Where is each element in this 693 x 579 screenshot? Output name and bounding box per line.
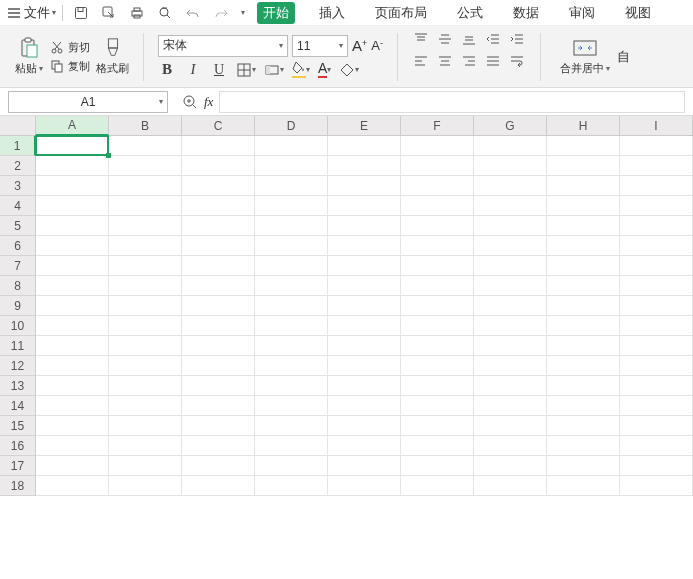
cell[interactable] — [328, 396, 401, 416]
cell[interactable] — [328, 436, 401, 456]
column-header[interactable]: D — [255, 116, 328, 136]
cell[interactable] — [547, 436, 620, 456]
cell[interactable] — [109, 256, 182, 276]
row-header[interactable]: 7 — [0, 256, 36, 276]
cell[interactable] — [474, 156, 547, 176]
cell[interactable] — [328, 476, 401, 496]
cell[interactable] — [109, 336, 182, 356]
cell[interactable] — [255, 296, 328, 316]
cell[interactable] — [620, 216, 693, 236]
cell[interactable] — [328, 256, 401, 276]
cell[interactable] — [401, 176, 474, 196]
row-header[interactable]: 13 — [0, 376, 36, 396]
cell[interactable] — [109, 316, 182, 336]
cell[interactable] — [36, 176, 109, 196]
cell[interactable] — [401, 376, 474, 396]
column-header[interactable]: G — [474, 116, 547, 136]
cell[interactable] — [109, 456, 182, 476]
cell[interactable] — [182, 276, 255, 296]
cell[interactable] — [328, 276, 401, 296]
row-header[interactable]: 12 — [0, 356, 36, 376]
row-header[interactable]: 2 — [0, 156, 36, 176]
cell[interactable] — [474, 276, 547, 296]
row-header[interactable]: 6 — [0, 236, 36, 256]
cell[interactable] — [474, 216, 547, 236]
fill-handle[interactable] — [106, 153, 111, 158]
cut-button[interactable]: 剪切 — [50, 40, 90, 55]
cell[interactable] — [36, 156, 109, 176]
justify-button[interactable] — [484, 52, 502, 70]
redo-icon[interactable] — [213, 5, 229, 21]
cell[interactable] — [109, 236, 182, 256]
cell[interactable] — [109, 436, 182, 456]
cell[interactable] — [620, 436, 693, 456]
cell[interactable] — [182, 436, 255, 456]
cell[interactable] — [620, 356, 693, 376]
cell[interactable] — [109, 176, 182, 196]
cell[interactable] — [109, 296, 182, 316]
align-center-button[interactable] — [436, 52, 454, 70]
decrease-indent-button[interactable] — [484, 30, 502, 48]
cell[interactable] — [474, 336, 547, 356]
cell[interactable] — [255, 316, 328, 336]
wrap-text-button[interactable] — [508, 52, 526, 70]
cell[interactable] — [328, 416, 401, 436]
merge-center-button[interactable]: 合并居中▾ — [555, 37, 615, 76]
cell[interactable] — [109, 376, 182, 396]
cell[interactable] — [401, 236, 474, 256]
cell[interactable] — [182, 456, 255, 476]
cell[interactable] — [474, 236, 547, 256]
cell[interactable] — [36, 196, 109, 216]
cell[interactable] — [620, 336, 693, 356]
cell[interactable] — [255, 476, 328, 496]
cell[interactable] — [109, 216, 182, 236]
cell[interactable] — [401, 336, 474, 356]
cell[interactable] — [401, 316, 474, 336]
cell[interactable] — [620, 196, 693, 216]
cell[interactable] — [620, 456, 693, 476]
cell[interactable] — [474, 436, 547, 456]
cell[interactable] — [36, 436, 109, 456]
cell[interactable] — [547, 456, 620, 476]
tab-view[interactable]: 视图 — [619, 2, 657, 24]
cell[interactable] — [328, 316, 401, 336]
cell[interactable] — [36, 236, 109, 256]
cell[interactable] — [36, 336, 109, 356]
cell[interactable] — [620, 376, 693, 396]
auto-wrap-partial[interactable]: 自 — [617, 48, 630, 66]
cell[interactable] — [474, 456, 547, 476]
print-preview-icon[interactable] — [157, 5, 173, 21]
row-header[interactable]: 4 — [0, 196, 36, 216]
cell[interactable] — [401, 216, 474, 236]
column-header[interactable]: E — [328, 116, 401, 136]
cell[interactable] — [401, 456, 474, 476]
cell[interactable] — [474, 316, 547, 336]
align-middle-button[interactable] — [436, 30, 454, 48]
cell[interactable] — [109, 476, 182, 496]
cell[interactable] — [328, 176, 401, 196]
cell[interactable] — [328, 336, 401, 356]
cell[interactable] — [401, 356, 474, 376]
cell[interactable] — [255, 156, 328, 176]
row-header[interactable]: 10 — [0, 316, 36, 336]
row-header[interactable]: 14 — [0, 396, 36, 416]
cell[interactable] — [182, 416, 255, 436]
cell[interactable] — [401, 416, 474, 436]
format-painter-button[interactable]: 格式刷 — [96, 37, 129, 76]
cell[interactable] — [182, 176, 255, 196]
cell[interactable] — [36, 276, 109, 296]
borders-button[interactable]: ▾ — [236, 62, 256, 78]
cell[interactable] — [109, 156, 182, 176]
cell[interactable] — [474, 416, 547, 436]
cell[interactable] — [474, 476, 547, 496]
name-box[interactable]: A1 ▾ — [8, 91, 168, 113]
cell[interactable] — [36, 396, 109, 416]
cell[interactable] — [255, 416, 328, 436]
fx-label[interactable]: fx — [204, 94, 213, 110]
cell[interactable] — [36, 476, 109, 496]
save-as-icon[interactable] — [101, 5, 117, 21]
cell[interactable] — [182, 396, 255, 416]
cell[interactable] — [328, 156, 401, 176]
print-icon[interactable] — [129, 5, 145, 21]
row-header[interactable]: 8 — [0, 276, 36, 296]
